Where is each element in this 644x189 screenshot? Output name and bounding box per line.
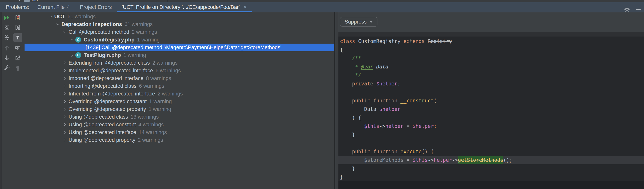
tree-row-label: UCT (54, 14, 65, 20)
toolwindow-left-edge (0, 12, 2, 189)
hide-toolwindow-icon[interactable] (636, 7, 641, 12)
chevron-collapsed-icon[interactable] (62, 107, 67, 111)
settings-gear-icon[interactable] (624, 6, 630, 13)
chevron-expanded-icon[interactable] (48, 14, 53, 19)
inspection-results-tree[interactable]: UCT61 warningsDeprecation Inspections61 … (24, 12, 334, 189)
tree-row-label: CustomRegistry.php (84, 37, 135, 43)
tree-row[interactable]: Using @deprecated constant4 warnings (24, 121, 334, 128)
chevron-collapsed-icon[interactable] (62, 99, 68, 104)
chevron-expanded-icon[interactable] (62, 30, 68, 34)
code-line: * @var Data (340, 62, 644, 71)
chevron-expanded-icon[interactable] (62, 30, 67, 34)
code-line: public function __construct( (340, 96, 644, 105)
tree-editor-splitter[interactable] (334, 12, 338, 189)
chevron-collapsed-icon[interactable] (62, 122, 67, 127)
code-line: } (340, 130, 644, 139)
folder-icon (24, 0, 30, 2)
chevron-collapsed-icon[interactable] (69, 53, 75, 57)
code-line: class CustomRegistry extends Registry (340, 37, 644, 45)
editor-top-strip (338, 32, 644, 37)
warning-count: 2 warnings (132, 29, 157, 35)
chevron-collapsed-icon[interactable] (62, 61, 67, 65)
chevron-collapsed-icon[interactable] (62, 130, 68, 135)
tab-label: Project Errors (80, 4, 112, 10)
tree-row-label: Using @deprecated constant (68, 122, 136, 128)
warning-count: 1 warning (148, 106, 171, 112)
tree-row[interactable]: Using @deprecated interface14 warnings (24, 128, 334, 136)
chevron-collapsed-icon[interactable] (62, 76, 67, 81)
chevron-collapsed-icon[interactable] (62, 115, 68, 119)
code-line (340, 88, 644, 96)
tree-row[interactable]: Imported @deprecated interface8 warnings (24, 74, 334, 82)
chevron-expanded-icon[interactable] (70, 37, 74, 42)
preview-source-icon[interactable] (14, 44, 21, 51)
tree-row[interactable]: Extending from @deprecated class2 warnin… (24, 59, 334, 67)
chevron-expanded-icon[interactable] (54, 22, 61, 27)
chevron-collapsed-icon[interactable] (62, 99, 67, 104)
tree-row-selected-problem[interactable]: [1439] Call @deprecated method '\Magento… (24, 44, 334, 51)
chevron-collapsed-icon[interactable] (62, 91, 67, 96)
chevron-expanded-icon[interactable] (47, 14, 54, 19)
tab-project-errors[interactable]: Project Errors (75, 2, 117, 12)
chevron-right-icon (18, 0, 22, 2)
warning-count: 61 warnings (68, 14, 96, 20)
expand-all-icon[interactable] (3, 24, 10, 31)
chevron-collapsed-icon[interactable] (62, 107, 68, 111)
chevron-collapsed-icon[interactable] (62, 68, 68, 73)
next-problem-icon[interactable] (3, 54, 10, 61)
chevron-collapsed-icon[interactable] (62, 76, 68, 81)
chevron-collapsed-icon[interactable] (62, 84, 68, 88)
chevron-expanded-icon[interactable] (69, 37, 75, 42)
chevron-collapsed-icon[interactable] (62, 68, 67, 73)
chevron-collapsed-icon[interactable] (62, 61, 68, 65)
php-class-icon: C (75, 37, 81, 43)
tree-row-label: [1439] Call @deprecated method '\Magento… (86, 44, 281, 50)
tree-row[interactable]: CTestPlugin.php1 warning (24, 51, 334, 59)
tree-row[interactable]: Importing @deprecated class6 warnings (24, 82, 334, 90)
tree-row[interactable]: Inherited from @deprecated interface2 wa… (24, 90, 334, 98)
chevron-collapsed-icon[interactable] (62, 122, 68, 127)
tree-row-label: Using @deprecated property (68, 137, 136, 143)
open-in-new-window-icon[interactable] (14, 54, 21, 61)
tree-row[interactable]: CCustomRegistry.php1 warning (24, 36, 334, 44)
chevron-collapsed-icon[interactable] (62, 84, 67, 88)
inspection-settings-wrench-icon[interactable] (3, 65, 10, 72)
tree-row[interactable]: Using @deprecated property2 warnings (24, 136, 334, 144)
filter-icon[interactable] (13, 33, 22, 42)
suppress-label: Suppress (344, 19, 366, 25)
suppress-button[interactable]: Suppress (340, 17, 378, 27)
chevron-collapsed-icon[interactable] (62, 138, 67, 142)
tree-row[interactable]: Deprecation Inspections61 warnings (24, 20, 334, 28)
tree-row[interactable]: Implemented @deprecated interface6 warni… (24, 67, 334, 74)
tree-row-label: Overriding @deprecated property (68, 106, 146, 112)
quick-fix-bulb-icon[interactable] (14, 65, 21, 72)
collapse-all-icon[interactable] (3, 34, 10, 41)
tree-row[interactable]: Using @deprecated class13 warnings (24, 113, 334, 121)
chevron-collapsed-icon[interactable] (62, 91, 68, 96)
code-line: private $helper; (340, 79, 644, 88)
tree-row-label: Implemented @deprecated interface (68, 68, 153, 74)
tree-row[interactable]: Overriding @deprecated property1 warning (24, 105, 334, 113)
chevron-collapsed-icon[interactable] (62, 138, 68, 142)
chevron-collapsed-icon[interactable] (70, 53, 74, 57)
tree-row-label: Imported @deprecated interface (68, 75, 144, 81)
code-line: /** (340, 54, 644, 62)
tab-current-file[interactable]: Current File 4 (32, 2, 75, 12)
tree-row[interactable]: Overriding @deprecated constant1 warning (24, 98, 334, 105)
chevron-expanded-icon[interactable] (56, 22, 60, 27)
warning-count: 1 warning (137, 37, 160, 43)
close-tab-icon[interactable]: × (244, 4, 247, 10)
chevron-collapsed-icon[interactable] (62, 130, 67, 135)
tab-uct-profile[interactable]: 'UCT' Profile on Directory '.../CE/app/c… (117, 2, 252, 12)
tree-row[interactable]: UCT61 warnings (24, 13, 334, 20)
tree-row[interactable]: Call @deprecated method2 warnings (24, 28, 334, 36)
tree-row-label: Importing @deprecated class (68, 83, 136, 89)
code-line: Data $helper (340, 105, 644, 113)
chevron-collapsed-icon[interactable] (62, 115, 67, 119)
previous-problem-icon[interactable] (3, 44, 10, 51)
severity-filter-icon[interactable] (14, 14, 21, 21)
warning-count: 1 warning (124, 52, 146, 58)
warning-count: 6 warnings (156, 68, 181, 74)
group-by-directory-icon[interactable] (14, 24, 21, 31)
rerun-inspection-icon[interactable] (3, 14, 10, 21)
